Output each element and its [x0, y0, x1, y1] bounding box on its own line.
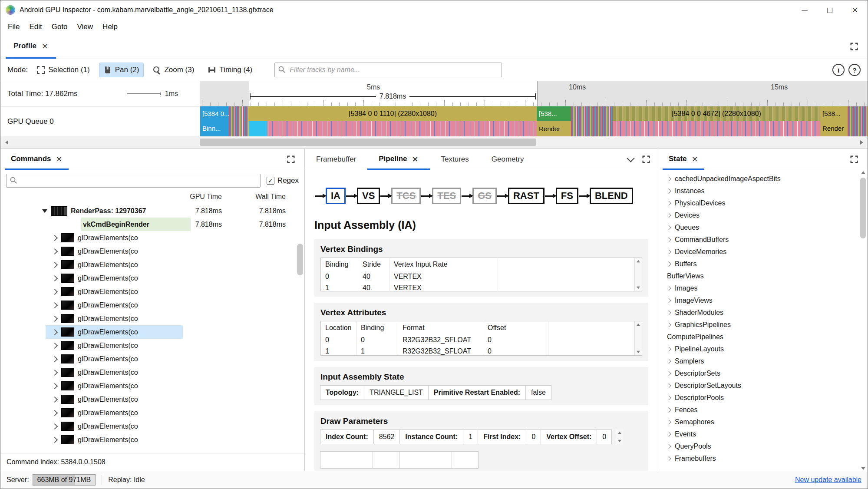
table-row[interactable]: glDrawElements(co — [0, 379, 304, 393]
chevron-right-icon[interactable] — [666, 286, 671, 291]
menu-item[interactable]: View — [73, 23, 98, 31]
list-item[interactable]: DescriptorSets — [658, 367, 868, 380]
pipeline-stage[interactable]: TCS — [391, 188, 421, 204]
expander-icon[interactable] — [52, 288, 58, 294]
scroll-left-icon[interactable] — [0, 136, 13, 149]
expander-icon[interactable] — [52, 315, 58, 321]
list-item[interactable]: Buffers — [658, 258, 868, 270]
fullscreen-icon[interactable] — [641, 155, 651, 164]
pipeline-stage[interactable]: FS — [556, 188, 578, 204]
trace-span[interactable]: [5384 0... Binn... — [200, 106, 229, 136]
list-item[interactable]: Events — [658, 428, 868, 440]
menu-item[interactable]: Help — [98, 23, 122, 31]
chevron-right-icon[interactable] — [666, 456, 671, 461]
trace-span[interactable]: [5384 0 0 4672] (2280x1080) — [613, 106, 820, 136]
list-item[interactable]: DeviceMemories — [658, 246, 868, 258]
pipeline-stage[interactable]: GS — [472, 188, 497, 204]
slice-segment[interactable] — [249, 121, 267, 136]
trace-span[interactable]: [5384 0 0 1110] (2280x1080) — [249, 106, 537, 136]
chevron-down-icon[interactable] — [627, 154, 634, 162]
list-item[interactable]: DescriptorSetLayouts — [658, 380, 868, 392]
gpu-queue-track[interactable]: [5384 0... Binn... [5384 0 0 1110] (2280… — [200, 106, 868, 136]
chevron-right-icon[interactable] — [666, 237, 671, 242]
table-row[interactable]: glDrawElements(co — [0, 312, 304, 325]
table-row[interactable]: RenderPass: 12970367 7.818ms 7.818ms — [0, 204, 304, 218]
expander-icon[interactable] — [52, 410, 58, 416]
expander-icon[interactable] — [52, 329, 58, 335]
expander-icon[interactable] — [52, 235, 58, 241]
help-icon[interactable]: ? — [848, 64, 861, 76]
close-tab-icon[interactable]: × — [42, 42, 48, 50]
menu-item[interactable]: Edit — [24, 23, 46, 31]
chevron-right-icon[interactable] — [666, 201, 671, 205]
table-row[interactable]: glDrawElements(co — [0, 433, 304, 446]
chevron-right-icon[interactable] — [666, 213, 671, 218]
chevron-right-icon[interactable] — [666, 188, 671, 193]
table-row[interactable]: vkCmdBeginRender 7.818ms 7.818ms — [0, 218, 304, 231]
list-item[interactable]: PipelineLayouts — [658, 343, 868, 355]
list-item[interactable]: Semaphores — [658, 416, 868, 428]
tab-state[interactable]: State × — [663, 149, 704, 170]
chevron-right-icon[interactable] — [666, 310, 671, 315]
list-item[interactable]: QueryPools — [658, 440, 868, 453]
list-item[interactable]: Samplers — [658, 355, 868, 367]
tab-profile[interactable]: Profile × — [6, 34, 56, 59]
table-scrollbar[interactable] — [634, 321, 642, 355]
close-tab-icon[interactable]: × — [56, 155, 63, 163]
chevron-right-icon[interactable] — [666, 420, 671, 424]
regex-toggle[interactable]: ✓ Regex — [267, 176, 299, 185]
list-item[interactable]: ShaderModules — [658, 307, 868, 319]
close-tab-icon[interactable]: × — [692, 155, 698, 163]
list-item[interactable]: Devices — [658, 209, 868, 221]
chevron-right-icon[interactable] — [666, 176, 671, 181]
info-icon[interactable]: i — [832, 64, 845, 76]
table-row[interactable]: glDrawElements(co — [0, 244, 304, 258]
expander-icon[interactable] — [52, 396, 58, 402]
scroll-down-icon[interactable] — [861, 467, 865, 470]
table-row[interactable]: glDrawElements(co — [0, 352, 304, 366]
scroll-right-icon[interactable] — [855, 136, 868, 149]
list-item[interactable]: Queues — [658, 221, 868, 234]
table-row[interactable]: glDrawElements(co — [0, 231, 304, 244]
pipeline-stage[interactable]: RAST — [508, 188, 545, 204]
commands-search-input[interactable] — [6, 174, 261, 188]
horizontal-scrollbar[interactable] — [0, 136, 868, 149]
table-row[interactable]: glDrawElements(co — [0, 298, 304, 312]
update-link[interactable]: New update available — [795, 476, 861, 484]
trace-slices[interactable] — [848, 106, 868, 136]
expander-icon[interactable] — [42, 209, 47, 213]
expander-icon[interactable] — [52, 369, 58, 375]
chevron-right-icon[interactable] — [666, 225, 671, 230]
minimize-button[interactable]: — — [792, 0, 817, 20]
table-row[interactable]: glDrawElements(co — [0, 406, 304, 420]
close-button[interactable]: × — [842, 0, 868, 20]
pipeline-stage[interactable]: VS — [357, 188, 380, 204]
list-item[interactable]: DescriptorPools — [658, 392, 868, 404]
pipeline-tab[interactable]: Geometry × — [480, 149, 535, 170]
maximize-button[interactable]: □ — [817, 0, 842, 20]
table-row[interactable]: glDrawElements(co — [0, 393, 304, 406]
menu-item[interactable]: File — [3, 23, 24, 31]
mode-button[interactable]: Pan (2) — [99, 63, 144, 77]
chevron-right-icon[interactable] — [666, 298, 671, 303]
chevron-right-icon[interactable] — [666, 383, 671, 388]
list-item[interactable]: Images — [658, 282, 868, 294]
list-item[interactable]: BufferViews — [658, 270, 868, 282]
vertical-scrollbar[interactable] — [859, 171, 867, 470]
chevron-right-icon[interactable] — [666, 359, 671, 363]
expander-icon[interactable] — [52, 261, 58, 268]
list-item[interactable]: GraphicsPipelines — [658, 319, 868, 331]
expander-icon[interactable] — [52, 356, 58, 362]
scrollbar-thumb[interactable] — [200, 139, 536, 146]
pipeline-tab[interactable]: Pipeline × — [367, 149, 429, 170]
list-item[interactable]: Fences — [658, 404, 868, 416]
mode-button[interactable]: Timing (4) — [203, 63, 257, 77]
chevron-right-icon[interactable] — [666, 249, 671, 254]
list-item[interactable]: ImageViews — [658, 294, 868, 307]
list-item[interactable]: cachedUnpackedImageAspectBits — [658, 173, 868, 185]
list-item[interactable]: PhysicalDevices — [658, 197, 868, 209]
fullscreen-icon[interactable] — [286, 155, 296, 164]
scrollbar-thumb[interactable] — [860, 178, 866, 238]
pipeline-tab[interactable]: Framebuffer × — [305, 149, 367, 170]
chevron-right-icon[interactable] — [666, 371, 671, 376]
